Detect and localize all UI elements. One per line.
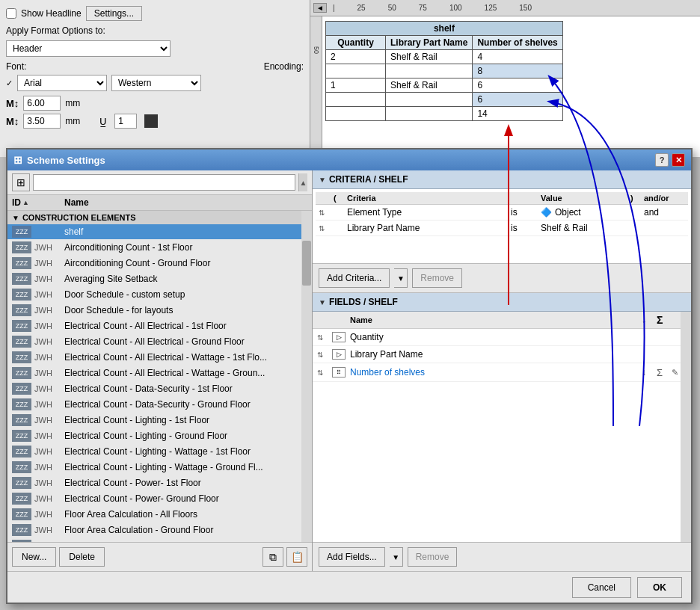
shelf-table-container: shelf Quantity Library Part Name Number … bbox=[325, 21, 563, 121]
list-item-14[interactable]: ZZZ JWH Electrical Count - Lighting - Wa… bbox=[7, 444, 312, 460]
item-id-2: JWH bbox=[34, 259, 64, 268]
crit-col-criteria-header: Criteria bbox=[347, 194, 511, 203]
add-criteria-dropdown[interactable]: ▼ bbox=[394, 268, 408, 288]
item-id-8: JWH bbox=[34, 353, 64, 362]
group-collapse-arrow: ▼ bbox=[12, 214, 19, 222]
show-headline-checkbox[interactable] bbox=[6, 8, 16, 19]
table-row: 8 bbox=[326, 64, 563, 78]
list-item-18[interactable]: ZZZ JWH Floor Area Calculation - All Flo… bbox=[7, 507, 312, 523]
field-row-2-sum[interactable]: Σ bbox=[657, 366, 672, 378]
field-row-0-name: Quantity bbox=[350, 332, 642, 342]
list-item-15[interactable]: ZZZ JWH Electrical Count - Lighting - Wa… bbox=[7, 460, 312, 475]
color-swatch[interactable] bbox=[144, 114, 158, 128]
list-item-20[interactable]: ZZZ JWH Roof Area Calculation - All Floo… bbox=[7, 538, 312, 542]
add-criteria-button[interactable]: Add Criteria... bbox=[319, 268, 390, 288]
list-item-shelf[interactable]: ZZZ shelf bbox=[7, 224, 312, 240]
field-name-link-2[interactable]: Number of shelves bbox=[350, 367, 425, 378]
criteria-row-1[interactable]: ⇅ Library Part Name is Shelf & Rail bbox=[316, 221, 688, 236]
item-id-9: JWH bbox=[34, 369, 64, 378]
fields-scrollbar[interactable] bbox=[681, 312, 691, 542]
encoding-select[interactable]: Western bbox=[111, 75, 201, 91]
scrollbar-thumb[interactable] bbox=[302, 241, 311, 286]
criteria-row-1-op: is bbox=[511, 223, 541, 233]
list-item-11[interactable]: ZZZ JWH Electrical Count - Data-Security… bbox=[7, 397, 312, 413]
criteria-section-label: CRITERIA / SHELF bbox=[329, 174, 408, 185]
cell-name-0: Shelf & Rail bbox=[386, 50, 473, 64]
item-icon-2: ZZZ bbox=[12, 257, 31, 269]
field-edit-icon-2: ✎ bbox=[672, 368, 678, 377]
size1-input[interactable] bbox=[23, 96, 61, 111]
font-select[interactable]: Arial bbox=[17, 75, 107, 91]
list-scrollbar[interactable] bbox=[301, 211, 312, 542]
criteria-section-header[interactable]: ▼ CRITERIA / SHELF bbox=[313, 170, 691, 189]
help-button[interactable]: ? bbox=[655, 153, 669, 167]
item-name-18: Floor Area Calculation - All Floors bbox=[64, 509, 307, 520]
criteria-row-1-value: Shelf & Rail bbox=[541, 223, 630, 233]
format-panel: Show Headline Settings... Apply Format O… bbox=[0, 0, 310, 157]
list-item-16[interactable]: ZZZ JWH Electrical Count - Power- 1st Fl… bbox=[7, 475, 312, 491]
cancel-button[interactable]: Cancel bbox=[572, 577, 631, 598]
list-item-6[interactable]: ZZZ JWH Electrical Count - All Electrica… bbox=[7, 318, 312, 334]
list-item-2[interactable]: ZZZ JWH Airconditioning Count - Ground F… bbox=[7, 256, 312, 271]
ruler-tick-25: 25 bbox=[357, 4, 366, 12]
add-fields-dropdown[interactable]: ▼ bbox=[390, 547, 403, 567]
fields-container: Name ↓ Σ ⇅ ▷ Quantity bbox=[313, 312, 691, 571]
remove-criteria-button[interactable]: Remove bbox=[412, 268, 462, 288]
list-item-1[interactable]: ZZZ JWH Airconditioning Count - 1st Floo… bbox=[7, 240, 312, 256]
fields-section-header[interactable]: ▼ FIELDS / SHELF bbox=[313, 293, 691, 312]
apply-format-select[interactable]: Header bbox=[6, 40, 171, 57]
size2-icon: M↕ bbox=[6, 116, 19, 127]
list-item-3[interactable]: ZZZ JWH Averaging Site Setback bbox=[7, 271, 312, 287]
add-fields-button[interactable]: Add Fields... bbox=[319, 547, 385, 567]
crit-col-open-paren: ( bbox=[334, 194, 347, 203]
list-item-13[interactable]: ZZZ JWH Electrical Count - Lighting - Gr… bbox=[7, 428, 312, 444]
left-scroll-arrow[interactable]: ▲ bbox=[298, 173, 307, 191]
search-input[interactable] bbox=[33, 174, 295, 191]
view-icon-button[interactable]: ⊞ bbox=[12, 173, 30, 191]
item-name-11: Electrical Count - Data-Security - Groun… bbox=[64, 399, 307, 410]
field-col-sort-icon-header: ↓ bbox=[642, 315, 657, 325]
paste-button[interactable]: 📋 bbox=[286, 547, 307, 567]
size2-num-input[interactable] bbox=[114, 114, 137, 129]
list-item-17[interactable]: ZZZ JWH Electrical Count - Power- Ground… bbox=[7, 491, 312, 507]
item-name-19: Floor Area Calculation - Ground Floor bbox=[64, 525, 307, 535]
delete-button[interactable]: Delete bbox=[59, 547, 105, 567]
field-row-1[interactable]: ⇅ ▷ Library Part Name bbox=[313, 346, 691, 363]
field-row-2-icon: ⠿ bbox=[332, 367, 350, 378]
item-name-5: Door Schedule - for layouts bbox=[64, 305, 307, 315]
group-header-construction[interactable]: ▼ CONSTRUCTION ELEMENTS bbox=[7, 211, 312, 224]
size2-input[interactable] bbox=[23, 114, 61, 129]
list-item-7[interactable]: ZZZ JWH Electrical Count - All Electrica… bbox=[7, 334, 312, 350]
ruler-tick-0: | bbox=[333, 4, 335, 12]
list-item-10[interactable]: ZZZ JWH Electrical Count - Data-Security… bbox=[7, 381, 312, 397]
new-button[interactable]: New... bbox=[12, 547, 56, 567]
settings-button[interactable]: Settings... bbox=[86, 6, 142, 21]
list-item-8[interactable]: ZZZ JWH Electrical Count - All Electrica… bbox=[7, 350, 312, 366]
scheme-settings-dialog: ⊞ Scheme Settings ? ✕ ⊞ ▲ ID ▲ Name bbox=[6, 148, 693, 604]
ruler-collapse-btn[interactable]: ◄ bbox=[313, 3, 327, 13]
remove-fields-button[interactable]: Remove bbox=[408, 547, 458, 567]
copy-button[interactable]: ⧉ bbox=[262, 547, 283, 567]
close-button[interactable]: ✕ bbox=[672, 153, 685, 167]
item-icon-5: ZZZ bbox=[12, 304, 31, 316]
list-item-9[interactable]: ZZZ JWH Electrical Count - All Electrica… bbox=[7, 366, 312, 381]
criteria-collapse-arrow: ▼ bbox=[319, 176, 326, 184]
field-row-2-sort[interactable]: ↓ bbox=[642, 367, 657, 378]
list-item-19[interactable]: ZZZ JWH Floor Area Calculation - Ground … bbox=[7, 523, 312, 538]
list-item-12[interactable]: ZZZ JWH Electrical Count - Lighting - 1s… bbox=[7, 413, 312, 428]
ok-button[interactable]: OK bbox=[637, 577, 682, 598]
item-icon-1: ZZZ bbox=[12, 241, 31, 253]
criteria-row-1-arrow: ⇅ bbox=[319, 224, 334, 232]
vertical-ruler: 50 bbox=[310, 16, 322, 157]
criteria-row-0[interactable]: ⇅ Element Type is 🔷 Object and bbox=[316, 205, 688, 221]
item-icon-3: ZZZ bbox=[12, 273, 31, 285]
show-headline-label: Show Headline bbox=[21, 8, 82, 19]
list-item-5[interactable]: ZZZ JWH Door Schedule - for layouts bbox=[7, 303, 312, 318]
item-id-7: JWH bbox=[34, 337, 64, 346]
item-name-7: Electrical Count - All Electrical - Grou… bbox=[64, 336, 307, 347]
criteria-table-container: ( Criteria Value ) and/or ⇅ Element Type… bbox=[313, 189, 691, 264]
list-item-4[interactable]: ZZZ JWH Door Schedule - custom setup bbox=[7, 287, 312, 303]
field-row-0[interactable]: ⇅ ▷ Quantity bbox=[313, 329, 691, 346]
criteria-row-0-andor: and bbox=[644, 207, 685, 218]
field-row-2[interactable]: ⇅ ⠿ Number of shelves ↓ Σ bbox=[313, 363, 691, 382]
